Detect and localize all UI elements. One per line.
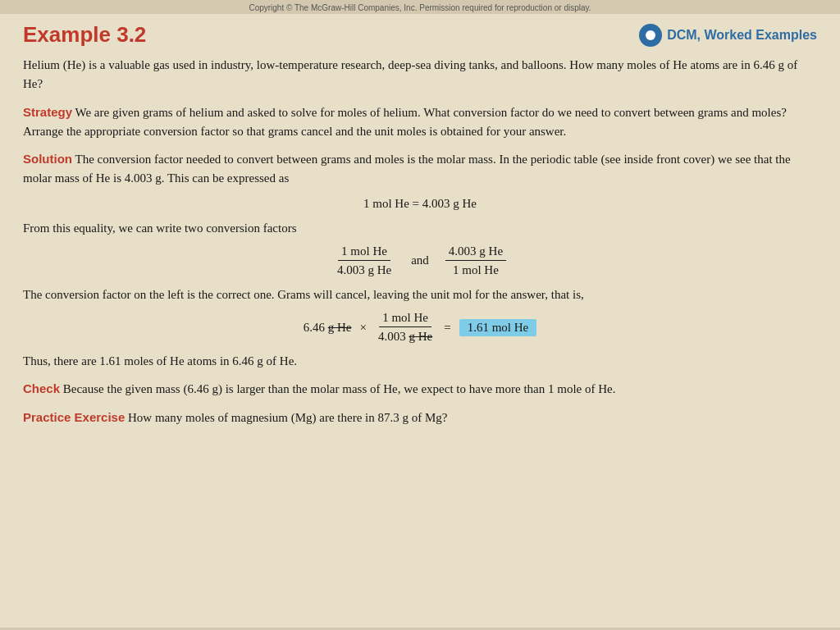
example-title: Example 3.2 bbox=[23, 22, 146, 48]
strategy-text: We are given grams of helium and asked t… bbox=[23, 106, 787, 138]
fraction-1-numerator: 1 mol He bbox=[338, 244, 390, 261]
and-label: and bbox=[411, 253, 429, 267]
fractions-row: 1 mol He 4.003 g He and 4.003 g He 1 mol… bbox=[23, 244, 817, 277]
strategy-block: Strategy We are given grams of helium an… bbox=[23, 103, 817, 142]
check-block: Check Because the given mass (6.46 g) is… bbox=[23, 379, 817, 399]
thus-text: Thus, there are 1.61 moles of He atoms i… bbox=[23, 352, 817, 371]
calculation-row: 6.46 g He × 1 mol He 4.003 g He = 1.61 m… bbox=[23, 311, 817, 344]
dcm-circle-icon bbox=[639, 24, 662, 47]
copyright-text: Copyright © The McGraw-Hill Companies, I… bbox=[249, 3, 591, 12]
intro-text: Helium (He) is a valuable gas used in in… bbox=[23, 56, 817, 94]
main-content: Example 3.2 DCM, Worked Examples Helium … bbox=[0, 14, 840, 628]
fraction-2-denominator: 1 mol He bbox=[450, 262, 502, 277]
check-label: Check bbox=[23, 381, 60, 395]
dcm-label: DCM, Worked Examples bbox=[667, 28, 817, 43]
calc-answer: 1.61 mol He bbox=[459, 319, 537, 336]
solution-text: The conversion factor needed to convert … bbox=[23, 153, 791, 185]
solution-label: Solution bbox=[23, 152, 72, 166]
copyright-bar: Copyright © The McGraw-Hill Companies, I… bbox=[0, 0, 840, 14]
fraction-1-denominator: 4.003 g He bbox=[334, 262, 395, 277]
conversion-intro: From this equality, we can write two con… bbox=[23, 219, 817, 238]
answer-text: The conversion factor on the left is the… bbox=[23, 285, 817, 304]
calc-times: × bbox=[359, 321, 366, 335]
dcm-badge: DCM, Worked Examples bbox=[639, 24, 817, 47]
strategy-label: Strategy bbox=[23, 105, 72, 119]
strikethrough-gHe-1: g He bbox=[328, 321, 352, 334]
calc-equals: = bbox=[444, 321, 450, 335]
strikethrough-gHe-2: g He bbox=[409, 330, 432, 343]
fraction-2: 4.003 g He 1 mol He bbox=[445, 244, 506, 277]
practice-text: How many moles of magnesium (Mg) are the… bbox=[125, 411, 447, 424]
fraction-1: 1 mol He 4.003 g He bbox=[334, 244, 395, 277]
calc-frac-denominator: 4.003 g He bbox=[375, 328, 436, 344]
check-text: Because the given mass (6.46 g) is large… bbox=[60, 382, 615, 395]
dcm-circle-inner bbox=[646, 30, 655, 40]
calc-prefix: 6.46 g He bbox=[304, 321, 352, 335]
main-equation: 1 mol He = 4.003 g He bbox=[23, 197, 817, 211]
solution-block: Solution The conversion factor needed to… bbox=[23, 149, 817, 189]
header-row: Example 3.2 DCM, Worked Examples bbox=[23, 22, 817, 48]
calc-frac-numerator: 1 mol He bbox=[379, 311, 431, 327]
practice-block: Practice Exercise How many moles of magn… bbox=[23, 408, 817, 427]
fraction-2-numerator: 4.003 g He bbox=[445, 244, 506, 261]
practice-label: Practice Exercise bbox=[23, 410, 125, 424]
calc-fraction: 1 mol He 4.003 g He bbox=[375, 311, 436, 344]
